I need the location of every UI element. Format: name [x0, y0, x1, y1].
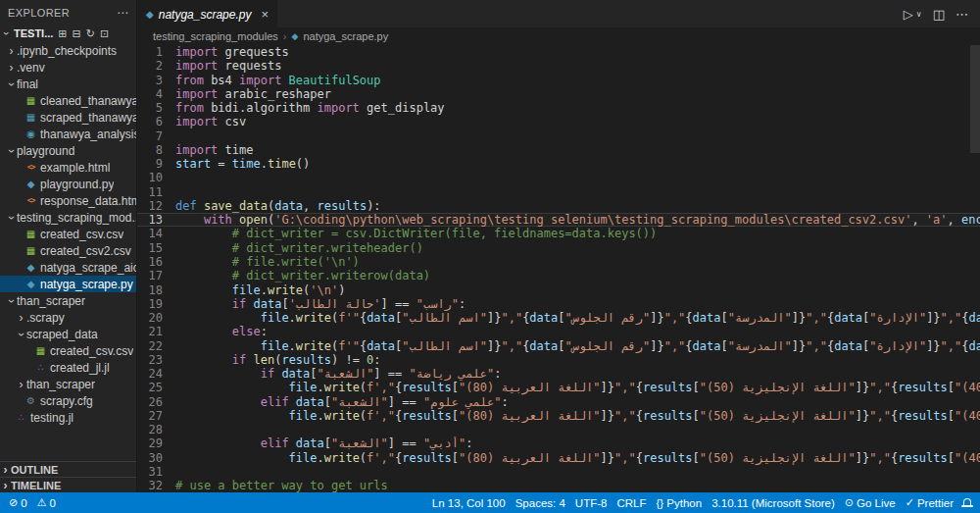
- tree-item-testing-jl[interactable]: ∴testing.jl: [0, 409, 136, 426]
- run-dropdown-icon[interactable]: ∨: [916, 10, 922, 19]
- folder-chevron-icon: ›: [5, 212, 19, 223]
- close-tab-icon[interactable]: ×: [261, 7, 269, 22]
- code-line-28[interactable]: 28: [137, 423, 980, 436]
- tree-item-created-csv-csv[interactable]: ▦created_csv.csv: [0, 342, 136, 359]
- tree-item-natyga-scrape-aioht-[interactable]: ◆natyga_scrape_aioht...: [0, 259, 136, 276]
- code-line-27[interactable]: 27 file.write(f',"{results["اللغة العربي…: [137, 409, 980, 423]
- code-line-19[interactable]: 19 if data['حالة الطالب'] == "راسب":: [137, 297, 980, 311]
- encoding-button[interactable]: UTF-8: [575, 497, 608, 509]
- breadcrumb-item[interactable]: natyga_scrape.py: [303, 30, 388, 42]
- code-line-20[interactable]: 20 file.write(f'"{data["اسم الطالب"]}","…: [137, 311, 980, 325]
- code-line-1[interactable]: 1import grequests: [137, 45, 980, 59]
- code-line-12[interactable]: 12def save_data(data, results):: [137, 199, 980, 213]
- status-label: Prettier: [917, 497, 954, 509]
- code-line-30[interactable]: 30 file.write(f',"{results["اللغة العربي…: [137, 451, 980, 465]
- notifications-bell[interactable]: [963, 500, 971, 505]
- editor-scrollbar[interactable]: [970, 45, 980, 153]
- status-label: UTF-8: [575, 497, 608, 509]
- collapse-folders-button[interactable]: ⊡: [100, 27, 109, 40]
- prettier-button[interactable]: ✓Prettier: [906, 496, 954, 509]
- tree-item--ipynb-checkpoints[interactable]: ›.ipynb_checkpoints: [0, 42, 136, 59]
- code-line-17[interactable]: 17 # dict_writer.writerow(data): [137, 269, 980, 282]
- section-timeline[interactable]: ›TIMELINE: [0, 477, 136, 492]
- code-line-2[interactable]: 2import requests: [137, 59, 980, 73]
- code-line-5[interactable]: 5from bidi.algorithm import get_display: [137, 101, 980, 115]
- code-line-10[interactable]: 10: [137, 171, 980, 184]
- code-line-18[interactable]: 18 file.write('\n'): [137, 283, 980, 297]
- tree-item-created-csv2-csv[interactable]: ▦created_csv2.csv: [0, 242, 136, 259]
- tree-item-scraped-data[interactable]: ›scraped_data: [0, 326, 136, 342]
- code-line-29[interactable]: 29 elif data["الشعبة"] == "أدبي":: [137, 436, 980, 450]
- tree-item-testing-scraping-mod-[interactable]: ›testing_scraping_mod...: [0, 209, 136, 226]
- code-line-25[interactable]: 25 file.write(f',"{results["اللغة العربي…: [137, 381, 980, 394]
- tree-item-created-csv-csv[interactable]: ▦created_csv.csv: [0, 226, 136, 242]
- code-token: file: [232, 283, 261, 297]
- code-line-23[interactable]: 23 if len(results) != 0:: [137, 353, 980, 367]
- tree-item-thanawya-analysis-ip-[interactable]: ◉thanawya_analysis.ip...: [0, 126, 136, 142]
- python-version-button[interactable]: 3.10.11 (Microsoft Store): [711, 497, 835, 509]
- line-content: with open('G:\coding\python\web_scraping…: [163, 213, 980, 227]
- code-line-22[interactable]: 22 file.write(f'"{data["اسم الطالب"]}","…: [137, 339, 980, 353]
- problems-errors[interactable]: ⊘0: [9, 496, 27, 509]
- indentation-button[interactable]: Spaces: 4: [515, 497, 565, 509]
- line-content: import csv: [163, 115, 980, 128]
- code-line-11[interactable]: 11: [137, 185, 980, 199]
- code-line-15[interactable]: 15 # dict_writer.writeheader(): [137, 241, 980, 255]
- code-token: get_display: [360, 101, 445, 115]
- code-line-16[interactable]: 16 # file.write('\n'): [137, 255, 980, 269]
- new-folder-button[interactable]: ⊟: [73, 27, 81, 40]
- go-live-button[interactable]: ⊙Go Live: [845, 496, 896, 509]
- views-more-icon[interactable]: ⋯: [117, 6, 128, 20]
- code-line-32[interactable]: 32# use a better way to get urls: [137, 479, 980, 492]
- code-token: :: [459, 297, 466, 311]
- problems-warnings[interactable]: ⚠0: [37, 496, 56, 509]
- tree-item-than-scraper[interactable]: ›than_scraper: [0, 376, 136, 392]
- code-line-26[interactable]: 26 elif data["الشعبة"] == "علمي علوم":: [137, 395, 980, 409]
- run-python-file-button[interactable]: ▷: [904, 7, 913, 22]
- tree-item-final[interactable]: ›final: [0, 76, 136, 92]
- refresh-explorer-button[interactable]: ↻: [86, 27, 95, 40]
- new-file-button[interactable]: ⊞: [58, 27, 67, 40]
- code-line-3[interactable]: 3from bs4 import BeautifulSoup: [137, 74, 980, 87]
- tree-item-created-jl-jl[interactable]: ∴created_jl.jl: [0, 359, 136, 376]
- code-token: bs4: [204, 74, 239, 87]
- code-editor[interactable]: 1import grequests2import requests3from b…: [137, 45, 980, 492]
- code-token: ",": [614, 381, 636, 394]
- tree-item--scrapy[interactable]: ›.scrapy: [0, 309, 136, 326]
- section-outline[interactable]: ›OUTLINE: [0, 461, 136, 477]
- breadcrumb-item[interactable]: testing_scraping_modules: [153, 30, 278, 42]
- code-token: .: [318, 381, 324, 394]
- line-content: # file.write('\n'): [163, 255, 980, 269]
- code-line-21[interactable]: 21 else:: [137, 325, 980, 338]
- file-label: scrapy.cfg: [40, 394, 93, 408]
- tree-item-playground-py[interactable]: ◆playground.py: [0, 176, 136, 192]
- code-line-7[interactable]: 7: [137, 129, 980, 143]
- workspace-section-header[interactable]: › TESTI... ⊞⊟↻⊡: [0, 25, 136, 42]
- code-line-31[interactable]: 31: [137, 465, 980, 479]
- code-line-8[interactable]: 8import time: [137, 143, 980, 157]
- code-token: '\n': [310, 283, 338, 297]
- code-token: ] ==: [388, 436, 423, 450]
- tree-item-playground[interactable]: ›playground: [0, 142, 136, 159]
- tree-item-scrapy-cfg[interactable]: ⚙scrapy.cfg: [0, 392, 136, 409]
- code-line-13[interactable]: 13 with open('G:\coding\python\web_scrap…: [137, 213, 980, 227]
- code-line-4[interactable]: 4import arabic_reshaper: [137, 87, 980, 101]
- tree-item-response-data-html[interactable]: <>response_data.html: [0, 192, 136, 209]
- tree-item-than-scraper[interactable]: ›than_scraper: [0, 292, 136, 309]
- split-editor-button[interactable]: ◫: [933, 7, 945, 22]
- cursor-position-button[interactable]: Ln 13, Col 100: [432, 497, 506, 509]
- code-line-6[interactable]: 6import csv: [137, 115, 980, 128]
- language-mode-button[interactable]: {} Python: [656, 497, 702, 509]
- tree-item--venv[interactable]: ›.venv: [0, 59, 136, 76]
- tree-item-scraped-thanawya-d-[interactable]: ▦scraped_thanawya_d...: [0, 109, 136, 126]
- code-line-14[interactable]: 14 # dict_writer = csv.DictWriter(file, …: [137, 227, 980, 240]
- code-token: :: [261, 325, 268, 338]
- tree-item-example-html[interactable]: <>example.html: [0, 159, 136, 176]
- code-line-24[interactable]: 24 if data["الشعبة"] == "علمي رياضة":: [137, 367, 980, 381]
- code-line-9[interactable]: 9start = time.time(): [137, 157, 980, 171]
- tree-item-cleaned-thanawya-csv[interactable]: ▦cleaned_thanawya.csv: [0, 92, 136, 109]
- eol-button[interactable]: CRLF: [616, 497, 646, 509]
- tree-item-natyga-scrape-py[interactable]: ◆natyga_scrape.py: [0, 276, 136, 292]
- tab-natyga-scrape-py[interactable]: ◆ natyga_scrape.py ×: [137, 0, 277, 27]
- more-actions-button[interactable]: ⋯: [956, 7, 968, 22]
